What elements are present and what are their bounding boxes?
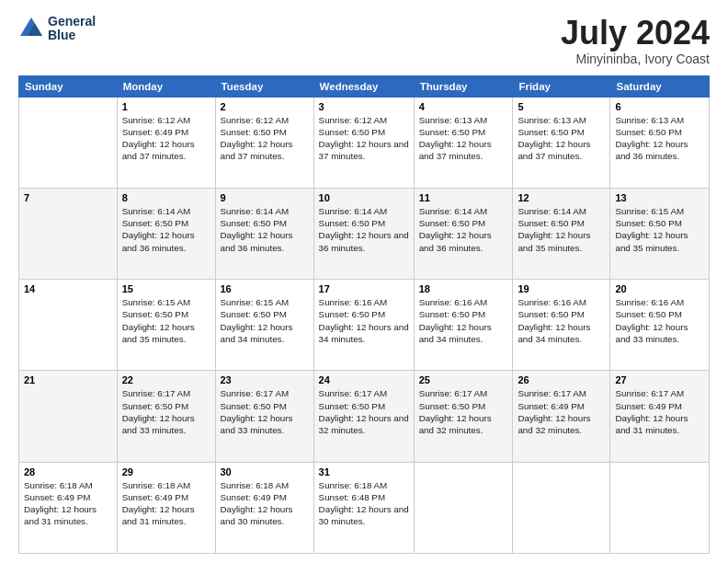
day-info: Sunrise: 6:18 AM Sunset: 6:49 PM Dayligh… bbox=[24, 479, 112, 528]
day-number: 25 bbox=[419, 374, 508, 385]
calendar-week-1: 1Sunrise: 6:12 AM Sunset: 6:49 PM Daylig… bbox=[19, 97, 710, 188]
logo: General Blue bbox=[18, 15, 96, 43]
table-row: 2Sunrise: 6:12 AM Sunset: 6:50 PM Daylig… bbox=[215, 97, 313, 188]
table-row: 23Sunrise: 6:17 AM Sunset: 6:50 PM Dayli… bbox=[215, 371, 313, 462]
table-row: 20Sunrise: 6:16 AM Sunset: 6:50 PM Dayli… bbox=[610, 280, 710, 371]
table-row: 1Sunrise: 6:12 AM Sunset: 6:49 PM Daylig… bbox=[117, 97, 215, 188]
day-info: Sunrise: 6:16 AM Sunset: 6:50 PM Dayligh… bbox=[419, 296, 508, 345]
table-row: 18Sunrise: 6:16 AM Sunset: 6:50 PM Dayli… bbox=[414, 280, 513, 371]
day-number: 30 bbox=[221, 466, 309, 477]
calendar-header-row: Sunday Monday Tuesday Wednesday Thursday… bbox=[19, 75, 710, 97]
table-row bbox=[610, 462, 710, 553]
day-info: Sunrise: 6:13 AM Sunset: 6:50 PM Dayligh… bbox=[518, 114, 605, 163]
day-number: 5 bbox=[518, 101, 605, 112]
day-number: 27 bbox=[615, 374, 704, 385]
calendar-week-3: 1415Sunrise: 6:15 AM Sunset: 6:50 PM Day… bbox=[19, 280, 710, 371]
day-info: Sunrise: 6:17 AM Sunset: 6:50 PM Dayligh… bbox=[221, 387, 309, 436]
day-info: Sunrise: 6:14 AM Sunset: 6:50 PM Dayligh… bbox=[122, 205, 210, 254]
day-number: 11 bbox=[419, 192, 508, 203]
col-tuesday: Tuesday bbox=[215, 75, 313, 97]
day-number: 16 bbox=[221, 283, 309, 294]
day-number: 8 bbox=[122, 192, 210, 203]
table-row: 30Sunrise: 6:18 AM Sunset: 6:49 PM Dayli… bbox=[215, 462, 313, 553]
day-info: Sunrise: 6:17 AM Sunset: 6:50 PM Dayligh… bbox=[122, 387, 210, 436]
day-info: Sunrise: 6:14 AM Sunset: 6:50 PM Dayligh… bbox=[419, 205, 508, 254]
calendar-week-2: 78Sunrise: 6:14 AM Sunset: 6:50 PM Dayli… bbox=[19, 188, 710, 279]
day-info: Sunrise: 6:12 AM Sunset: 6:50 PM Dayligh… bbox=[221, 114, 309, 163]
title-block: July 2024 Minyininba, Ivory Coast bbox=[561, 15, 710, 66]
table-row bbox=[513, 462, 610, 553]
col-sunday: Sunday bbox=[19, 75, 118, 97]
day-number: 14 bbox=[24, 283, 112, 294]
table-row: 9Sunrise: 6:14 AM Sunset: 6:50 PM Daylig… bbox=[215, 188, 313, 279]
table-row: 8Sunrise: 6:14 AM Sunset: 6:50 PM Daylig… bbox=[117, 188, 215, 279]
day-number: 17 bbox=[319, 283, 409, 294]
day-number: 7 bbox=[24, 192, 112, 203]
calendar-title: July 2024 bbox=[561, 15, 710, 52]
day-number: 28 bbox=[24, 466, 112, 477]
day-info: Sunrise: 6:15 AM Sunset: 6:50 PM Dayligh… bbox=[122, 296, 210, 345]
col-wednesday: Wednesday bbox=[313, 75, 414, 97]
day-number: 24 bbox=[319, 374, 409, 385]
day-number: 12 bbox=[518, 192, 605, 203]
day-info: Sunrise: 6:14 AM Sunset: 6:50 PM Dayligh… bbox=[221, 205, 309, 254]
table-row: 29Sunrise: 6:18 AM Sunset: 6:49 PM Dayli… bbox=[117, 462, 215, 553]
col-monday: Monday bbox=[117, 75, 215, 97]
day-number: 2 bbox=[221, 101, 309, 112]
table-row: 10Sunrise: 6:14 AM Sunset: 6:50 PM Dayli… bbox=[313, 188, 414, 279]
day-info: Sunrise: 6:18 AM Sunset: 6:49 PM Dayligh… bbox=[221, 479, 309, 528]
logo-text: General Blue bbox=[48, 15, 96, 43]
table-row: 19Sunrise: 6:16 AM Sunset: 6:50 PM Dayli… bbox=[513, 280, 610, 371]
day-number: 21 bbox=[24, 374, 112, 385]
table-row bbox=[414, 462, 513, 553]
table-row: 7 bbox=[19, 188, 118, 279]
day-info: Sunrise: 6:15 AM Sunset: 6:50 PM Dayligh… bbox=[615, 205, 704, 254]
day-info: Sunrise: 6:17 AM Sunset: 6:49 PM Dayligh… bbox=[615, 387, 704, 436]
table-row: 3Sunrise: 6:12 AM Sunset: 6:50 PM Daylig… bbox=[313, 97, 414, 188]
day-number: 15 bbox=[122, 283, 210, 294]
day-info: Sunrise: 6:16 AM Sunset: 6:50 PM Dayligh… bbox=[518, 296, 605, 345]
day-info: Sunrise: 6:17 AM Sunset: 6:50 PM Dayligh… bbox=[419, 387, 508, 436]
day-info: Sunrise: 6:17 AM Sunset: 6:49 PM Dayligh… bbox=[518, 387, 605, 436]
col-thursday: Thursday bbox=[414, 75, 513, 97]
table-row: 12Sunrise: 6:14 AM Sunset: 6:50 PM Dayli… bbox=[513, 188, 610, 279]
day-info: Sunrise: 6:12 AM Sunset: 6:50 PM Dayligh… bbox=[319, 114, 409, 163]
calendar-table: Sunday Monday Tuesday Wednesday Thursday… bbox=[18, 75, 710, 554]
day-info: Sunrise: 6:14 AM Sunset: 6:50 PM Dayligh… bbox=[518, 205, 605, 254]
table-row: 24Sunrise: 6:17 AM Sunset: 6:50 PM Dayli… bbox=[313, 371, 414, 462]
day-number: 20 bbox=[615, 283, 704, 294]
table-row: 21 bbox=[19, 371, 118, 462]
table-row bbox=[19, 97, 118, 188]
day-info: Sunrise: 6:15 AM Sunset: 6:50 PM Dayligh… bbox=[221, 296, 309, 345]
day-number: 31 bbox=[319, 466, 409, 477]
logo-icon bbox=[18, 16, 44, 41]
col-friday: Friday bbox=[513, 75, 610, 97]
table-row: 15Sunrise: 6:15 AM Sunset: 6:50 PM Dayli… bbox=[117, 280, 215, 371]
calendar-location: Minyininba, Ivory Coast bbox=[561, 52, 710, 66]
calendar-week-4: 2122Sunrise: 6:17 AM Sunset: 6:50 PM Day… bbox=[19, 371, 710, 462]
day-number: 13 bbox=[615, 192, 704, 203]
table-row: 14 bbox=[19, 280, 118, 371]
table-row: 26Sunrise: 6:17 AM Sunset: 6:49 PM Dayli… bbox=[513, 371, 610, 462]
day-number: 26 bbox=[518, 374, 605, 385]
day-info: Sunrise: 6:12 AM Sunset: 6:49 PM Dayligh… bbox=[122, 114, 210, 163]
day-info: Sunrise: 6:13 AM Sunset: 6:50 PM Dayligh… bbox=[419, 114, 508, 163]
table-row: 31Sunrise: 6:18 AM Sunset: 6:48 PM Dayli… bbox=[313, 462, 414, 553]
table-row: 11Sunrise: 6:14 AM Sunset: 6:50 PM Dayli… bbox=[414, 188, 513, 279]
col-saturday: Saturday bbox=[610, 75, 710, 97]
day-number: 9 bbox=[221, 192, 309, 203]
table-row: 25Sunrise: 6:17 AM Sunset: 6:50 PM Dayli… bbox=[414, 371, 513, 462]
page: General Blue July 2024 Minyininba, Ivory… bbox=[0, 0, 728, 563]
day-number: 10 bbox=[319, 192, 409, 203]
day-info: Sunrise: 6:16 AM Sunset: 6:50 PM Dayligh… bbox=[615, 296, 704, 345]
day-info: Sunrise: 6:14 AM Sunset: 6:50 PM Dayligh… bbox=[319, 205, 409, 254]
table-row: 16Sunrise: 6:15 AM Sunset: 6:50 PM Dayli… bbox=[215, 280, 313, 371]
table-row: 6Sunrise: 6:13 AM Sunset: 6:50 PM Daylig… bbox=[610, 97, 710, 188]
day-number: 19 bbox=[518, 283, 605, 294]
day-number: 22 bbox=[122, 374, 210, 385]
day-number: 29 bbox=[122, 466, 210, 477]
table-row: 17Sunrise: 6:16 AM Sunset: 6:50 PM Dayli… bbox=[313, 280, 414, 371]
day-info: Sunrise: 6:18 AM Sunset: 6:48 PM Dayligh… bbox=[319, 479, 409, 528]
day-number: 6 bbox=[615, 101, 704, 112]
day-number: 18 bbox=[419, 283, 508, 294]
